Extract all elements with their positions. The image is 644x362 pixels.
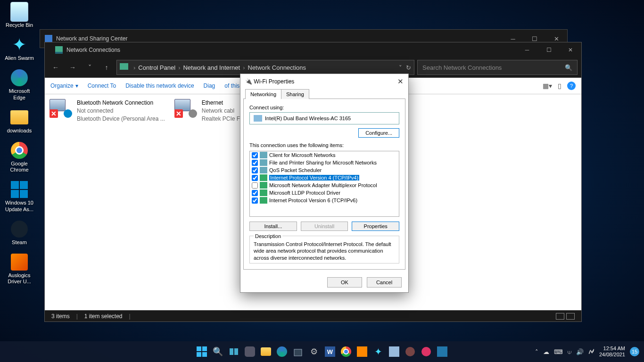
list-item[interactable]: Internet Protocol Version 4 (TCP/IPv4): [250, 174, 399, 181]
items-listbox[interactable]: Client for Microsoft NetworksFile and Pr…: [249, 151, 399, 217]
app-icon: [45, 35, 52, 42]
list-item[interactable]: Internet Protocol Version 6 (TCP/IPv6): [250, 197, 399, 204]
item-checkbox[interactable]: [252, 167, 258, 173]
item-label: QoS Packet Scheduler: [269, 167, 322, 173]
item-checkbox[interactable]: [252, 197, 258, 204]
search-button[interactable]: 🔍: [211, 345, 224, 358]
ethernet-icon: [189, 109, 197, 118]
disable-device-button[interactable]: Disable this network device: [125, 82, 194, 89]
chrome-button[interactable]: .tic .chrome:after{inset:5px;border-widt…: [339, 345, 353, 358]
volume-icon[interactable]: 🔊: [576, 348, 584, 355]
tray-overflow-button[interactable]: ˄: [535, 348, 538, 355]
search-input[interactable]: Search Network Connections 🔍: [417, 60, 578, 75]
list-item[interactable]: Microsoft Network Adapter Multiplexor Pr…: [250, 181, 399, 189]
list-item[interactable]: Microsoft LLDP Protocol Driver: [250, 189, 399, 197]
breadcrumb[interactable]: Control Panel: [137, 64, 177, 71]
maximize-button[interactable]: ☐: [538, 43, 560, 57]
desktop-icon-alien[interactable]: ✦Alien Swarm: [2, 35, 36, 61]
help-button[interactable]: ?: [567, 82, 576, 90]
desktop-icon-edge[interactable]: Microsoft Edge: [2, 68, 36, 100]
item-checkbox[interactable]: [252, 182, 258, 189]
ok-button[interactable]: OK: [327, 277, 362, 288]
address-dropdown-button[interactable]: ˅: [399, 64, 402, 71]
wifi-icon[interactable]: ⟒: [568, 348, 571, 355]
description-label: Description: [254, 233, 282, 239]
item-checkbox[interactable]: [252, 160, 258, 166]
item-checkbox[interactable]: [252, 152, 258, 158]
explorer-button[interactable]: [259, 345, 272, 358]
adapter-field[interactable]: Intel(R) Dual Band Wireless-AC 3165: [249, 112, 399, 124]
install-button[interactable]: Install...: [249, 222, 297, 231]
nav-recent-button[interactable]: ˅: [83, 60, 97, 74]
onedrive-icon[interactable]: ☁: [543, 348, 549, 355]
word-button[interactable]: W: [323, 345, 337, 358]
start-button[interactable]: [195, 345, 208, 358]
keyboard-icon[interactable]: ⌨: [554, 348, 563, 355]
description-text: Transmission Control Protocol/Internet P…: [254, 241, 395, 261]
desktop-icon-downloads[interactable]: downloads: [2, 108, 36, 134]
view-options-button[interactable]: ▦▾: [543, 82, 552, 90]
task-view-button[interactable]: [227, 345, 240, 358]
clock[interactable]: 12:54 AM 24/08/2021: [599, 346, 625, 358]
desktop-icon-recycle[interactable]: Recycle Bin: [2, 2, 36, 28]
disconnected-icon: ✕: [174, 109, 183, 118]
tab-networking[interactable]: Networking: [245, 89, 281, 99]
settings-button[interactable]: ⚙: [307, 345, 321, 358]
connection-name: Ethernet: [202, 99, 240, 107]
list-item[interactable]: File and Printer Sharing for Microsoft N…: [250, 159, 399, 166]
nav-forward-button[interactable]: →: [66, 60, 80, 74]
diagnose-button[interactable]: Diag: [204, 82, 215, 89]
tab-sharing[interactable]: Sharing: [281, 89, 309, 99]
status-bar: 3 items | 1 item selected |: [45, 310, 581, 321]
list-item[interactable]: Client for Microsoft Networks: [250, 151, 399, 159]
protocol-icon: [260, 167, 267, 173]
app-button[interactable]: [420, 345, 433, 358]
uninstall-button: Uninstall: [301, 222, 348, 231]
item-checkbox[interactable]: [252, 190, 258, 196]
cancel-button[interactable]: Cancel: [367, 277, 402, 288]
view-icons-button[interactable]: [566, 313, 575, 320]
desktop-icon-steam[interactable]: Steam: [2, 220, 36, 246]
edge-button[interactable]: [275, 345, 289, 358]
app-button[interactable]: [355, 345, 369, 358]
preview-pane-button[interactable]: ▯: [558, 82, 561, 90]
status-items: 3 items: [51, 313, 70, 320]
nav-back-button[interactable]: ←: [49, 60, 63, 74]
address-bar[interactable]: › Control Panel › Network and Internet ›…: [116, 60, 414, 75]
view-details-button[interactable]: [556, 313, 564, 320]
connection-bluetooth[interactable]: ✕ Bluetooth Network Connection Not conne…: [50, 99, 165, 305]
app-button[interactable]: [404, 345, 417, 358]
breadcrumb[interactable]: Network and Internet: [182, 64, 241, 71]
desktop-icon-chrome[interactable]: Google Chrome: [2, 141, 36, 173]
battery-icon[interactable]: 🗲: [588, 348, 594, 355]
notifications-badge[interactable]: 15: [630, 347, 639, 356]
connection-status: Network cabl: [202, 107, 240, 115]
close-button[interactable]: ✕: [560, 43, 581, 57]
svg-rect-0: [55, 46, 63, 52]
widgets-button[interactable]: [243, 345, 256, 358]
organize-button[interactable]: Organize ▾: [50, 82, 78, 89]
connection-ethernet[interactable]: ✕ Ethernet Network cabl Realtek PCIe F: [174, 99, 240, 305]
desktop-icon-auslogics[interactable]: Auslogics Driver U...: [2, 253, 36, 285]
svg-rect-6: [202, 352, 207, 357]
item-checkbox[interactable]: [252, 175, 258, 181]
configure-button[interactable]: Configure...: [358, 128, 399, 138]
refresh-button[interactable]: ↻: [406, 64, 411, 71]
minimize-button[interactable]: ─: [516, 43, 538, 57]
svg-point-16: [421, 347, 431, 356]
item-label: Microsoft Network Adapter Multiplexor Pr…: [269, 182, 377, 188]
desktop-icon-w10[interactable]: Windows 10 Update As...: [2, 180, 36, 212]
breadcrumb[interactable]: Network Connections: [247, 64, 308, 71]
connect-to-button[interactable]: Connect To: [88, 82, 116, 89]
app-button[interactable]: [388, 345, 401, 358]
properties-button[interactable]: Properties: [352, 222, 399, 231]
store-button[interactable]: [291, 345, 305, 358]
search-icon: 🔍: [565, 64, 572, 71]
app-icon: [55, 46, 63, 54]
app-button[interactable]: [436, 345, 449, 358]
list-item[interactable]: QoS Packet Scheduler: [250, 166, 399, 174]
app-button[interactable]: ✦: [372, 345, 385, 358]
connection-device: Realtek PCIe F: [202, 115, 240, 123]
close-button[interactable]: ✕: [397, 77, 404, 86]
nav-up-button[interactable]: ↑: [99, 60, 114, 74]
